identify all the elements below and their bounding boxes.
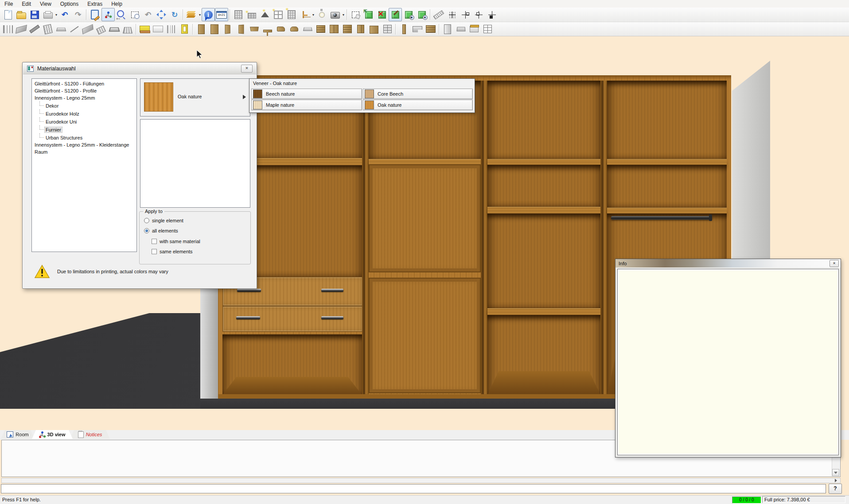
with-same-material-option[interactable]: with same material [152,239,200,244]
info-panel-titlebar[interactable]: Info [615,259,841,268]
flyout-arrow-icon[interactable] [243,95,248,99]
axis-reference-button[interactable] [472,8,485,21]
scroll-down-button[interactable] [832,469,839,476]
layers-button[interactable] [185,8,198,21]
apply-material-button[interactable] [389,8,402,21]
corner-desk-button[interactable] [411,23,424,36]
drawer-handle[interactable] [237,289,261,292]
drawer-handle[interactable] [236,316,260,319]
grid-tray-button[interactable] [121,23,134,36]
menu-file[interactable]: File [0,0,17,8]
new-button[interactable] [1,8,15,21]
material-category-tree[interactable]: Gleittürfront - S1200 - Füllungen Gleitt… [31,78,137,252]
tree-item[interactable]: Eurodekor Holz [34,109,136,117]
layers-dropdown-caret[interactable]: ▾ [198,13,202,17]
checkbox-icon[interactable] [152,239,157,244]
notices-horizontal-scrollbar[interactable] [1,478,841,483]
open-button[interactable] [15,8,28,21]
veneer-option-maple-nature[interactable]: Maple nature [251,100,362,110]
cabinet-divider[interactable] [600,81,607,395]
print-button[interactable] [41,8,55,21]
drawer-cabinet-button[interactable] [341,23,354,36]
cabinet-compartment[interactable] [487,213,600,308]
solid-cabinet-button[interactable] [367,23,381,36]
grid-cabinet-button[interactable] [381,23,394,36]
pullout-tray-button[interactable] [301,23,314,36]
building-button[interactable] [232,8,245,21]
grid-element-button[interactable] [285,8,298,21]
furnishing-button[interactable] [298,8,312,21]
scroll-right-button[interactable] [833,478,840,483]
window-element-button[interactable] [272,8,285,21]
play-walkthrough-button[interactable]: ▶ [402,8,415,21]
material-variant-list[interactable] [140,119,250,208]
print-dropdown-caret[interactable]: ▾ [55,13,58,17]
pan-button[interactable] [155,8,168,21]
checkbox-icon[interactable] [152,249,157,254]
light-button[interactable] [315,8,328,21]
axis-lock-button[interactable] [485,8,498,21]
radio-checked-icon[interactable] [144,228,149,233]
open-shelf-button[interactable] [481,23,494,36]
material-preview-row[interactable]: Oak nature [140,78,250,116]
menu-options[interactable]: Options [56,0,83,8]
zoom-previous-button[interactable]: ↶ [141,8,155,21]
frame-element-button[interactable] [441,23,454,36]
tree-item[interactable]: Gleittürfront - S1200 - Füllungen [34,80,136,87]
column-button[interactable] [397,23,411,36]
redo-button[interactable]: ↷ [71,8,85,21]
tree-item[interactable]: Eurodekor Uni [34,117,136,125]
measure-button[interactable] [432,8,445,21]
tab-notices[interactable]: Notices [70,430,110,439]
cabinet-compartment[interactable] [607,81,727,159]
cabinet-compartment[interactable] [487,165,600,207]
table-button[interactable] [261,23,274,36]
drawer-unit-button[interactable] [424,23,437,36]
wall-button[interactable] [245,8,258,21]
delete-3d-button[interactable]: ✕ [375,8,389,21]
tree-item-selected[interactable]: Furnier [34,125,136,133]
dimensions-button[interactable]: d×21 [215,8,228,21]
veneer-option-core-beech[interactable]: Core Beech [363,89,473,99]
info-close-button[interactable]: ✕ [830,260,839,267]
door-right-button[interactable] [234,23,248,36]
camera-dropdown-caret[interactable]: ▾ [342,13,345,17]
tab-room[interactable]: Room [1,430,35,439]
stop-walkthrough-button[interactable]: ■ [415,8,428,21]
cabinet-compartment[interactable] [222,334,362,395]
single-element-option[interactable]: single element [144,218,183,223]
clothes-rail[interactable] [611,216,712,220]
snap-grid-button[interactable] [445,8,459,21]
veneer-option-oak-nature[interactable]: Oak nature [363,100,473,110]
clip-region-button[interactable] [349,8,362,21]
bed-yellow-button[interactable] [138,23,151,36]
furnishing-dropdown-caret[interactable]: ▾ [312,13,315,17]
slatted-board-button[interactable] [94,23,108,36]
radio-icon[interactable] [144,218,149,223]
rotate-view-button[interactable]: ↻ [168,8,181,21]
angled-board-button[interactable] [81,23,94,36]
front-door-button[interactable] [178,23,191,36]
cabinet-compartment[interactable] [487,315,600,395]
step-element-button[interactable] [454,23,467,36]
camera-button[interactable] [328,8,342,21]
all-elements-option[interactable]: all elements [144,228,178,233]
menu-view[interactable]: View [35,0,56,8]
axis-origin-button[interactable] [459,8,472,21]
menu-help[interactable]: Help [107,0,127,8]
flat-board-button[interactable] [55,23,68,36]
zoom-button[interactable]: +− [115,8,128,21]
dialog-close-button[interactable]: ✕ [241,65,253,73]
vertical-panel-button[interactable] [1,23,15,36]
roof-button[interactable] [258,8,272,21]
move-3d-button[interactable]: ⇱ [362,8,375,21]
rack-button[interactable] [41,23,55,36]
shelf-board-button[interactable] [15,23,28,36]
compartment-cabinet-button[interactable] [327,23,341,36]
tree-item[interactable]: Urban Structures [34,133,136,141]
tall-cabinet-2-button[interactable] [208,23,221,36]
undo-button[interactable]: ↶ [58,8,71,21]
cabinet-compartment[interactable] [607,165,727,208]
batten-button[interactable] [28,23,41,36]
same-elements-option[interactable]: same elements [152,249,193,254]
